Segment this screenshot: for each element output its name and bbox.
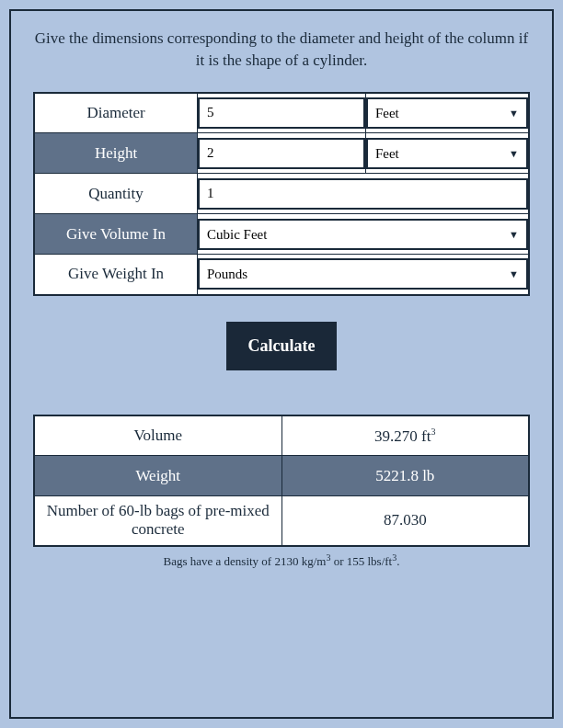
weight-in-label: Give Weight In [34, 255, 198, 295]
volume-result-label: Volume [34, 415, 282, 456]
calculate-button[interactable]: Calculate [226, 322, 338, 370]
quantity-label: Quantity [34, 174, 198, 214]
diameter-label: Diameter [34, 93, 198, 133]
quantity-input[interactable] [198, 178, 528, 210]
diameter-input[interactable] [198, 97, 365, 129]
volume-result-value: 39.270 ft3 [282, 415, 529, 456]
volume-unit-select[interactable]: Cubic Feet [198, 219, 528, 250]
result-table: Volume 39.270 ft3 Weight 5221.8 lb Numbe… [33, 415, 530, 547]
diameter-unit-select[interactable]: Feet [366, 97, 528, 129]
volume-in-label: Give Volume In [34, 214, 198, 255]
weight-result-label: Weight [34, 456, 282, 496]
weight-unit-select[interactable]: Pounds [198, 258, 528, 290]
height-label: Height [34, 133, 198, 174]
bags-result-label: Number of 60-lb bags of pre-mixed concre… [34, 496, 282, 546]
height-unit-select[interactable]: Feet [366, 138, 528, 169]
input-table: Diameter Feet ▼ Height [33, 92, 530, 296]
bags-result-value: 87.030 [282, 496, 529, 546]
height-input[interactable] [198, 138, 365, 169]
instructions-text: Give the dimensions corresponding to the… [33, 28, 530, 72]
density-footnote: Bags have a density of 2130 kg/m3 or 155… [33, 552, 530, 569]
weight-result-value: 5221.8 lb [282, 456, 529, 496]
